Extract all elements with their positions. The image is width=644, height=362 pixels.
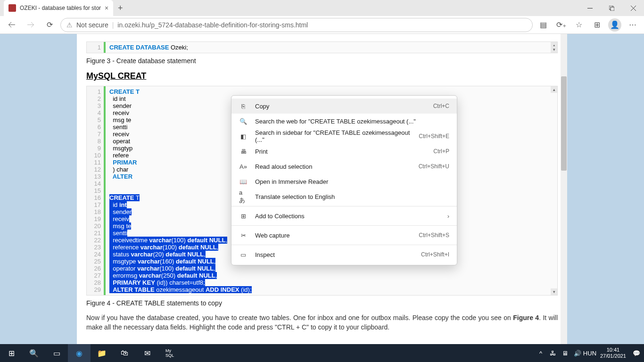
edge-taskbar-icon[interactable]: ◉ [68, 344, 91, 362]
separator [231, 206, 457, 206]
window-controls [579, 0, 644, 16]
titlebar: OZEKI - database tables for stor × + [0, 0, 644, 16]
taskbar: ⊞ 🔍 ▭ ◉ 📁 🛍 ✉ MySQL ^ 🖧 🖥 🔊 HUN 10:4127/… [0, 344, 644, 362]
more-menu-button[interactable]: ⋯ [625, 17, 640, 33]
task-view-button[interactable]: ▭ [45, 344, 68, 362]
context-menu: ⎘ Copy Ctrl+C 🔍 Search the web for "CREA… [231, 95, 457, 265]
code-scrollbar[interactable]: ▴ ▾ [551, 42, 557, 53]
tray-chevron-icon[interactable]: ^ [535, 344, 546, 362]
address-bar[interactable]: ⚠ Not secure | in.ozeki.hu/p_5724-databa… [60, 18, 533, 32]
copy-icon: ⎘ [239, 103, 248, 110]
language-indicator[interactable]: HUN [584, 344, 595, 362]
ctx-add-collections[interactable]: ⊞ Add to Collections › [231, 208, 457, 223]
gutter: 1 [87, 42, 106, 53]
figure-3-caption: Figure 3 - Create database statement [86, 57, 558, 65]
read-aloud-icon: A» [239, 163, 248, 170]
close-window-button[interactable] [622, 0, 644, 16]
ctx-inspect[interactable]: ▭ Inspect Ctrl+Shift+I [231, 247, 457, 262]
forward-button: 🡢 [23, 17, 39, 33]
browser-toolbar: 🡠 🡢 ⟳ ⚠ Not secure | in.ozeki.hu/p_5724-… [0, 16, 644, 34]
explorer-taskbar-icon[interactable]: 📁 [91, 344, 113, 362]
code-scrollbar-2[interactable]: ▴ ▾ [551, 86, 557, 295]
heading-mysql-create: MySQL CREAT [86, 71, 558, 81]
page-scrollbar[interactable] [561, 34, 567, 344]
clock[interactable]: 10:4127/01/2021 [596, 347, 630, 359]
sync-icon[interactable]: ⟳₊ [553, 17, 569, 33]
capture-icon: ✂ [239, 232, 248, 239]
scrollbar-thumb[interactable] [561, 76, 567, 171]
inspect-icon: ▭ [239, 251, 248, 258]
favorite-icon[interactable]: ☆ [571, 17, 586, 33]
collections-add-icon: ⊞ [239, 213, 248, 220]
ctx-read-aloud[interactable]: A» Read aloud selection Ctrl+Shift+U [231, 159, 457, 174]
ctx-translate[interactable]: aあ Translate selection to English [231, 189, 457, 204]
separator [231, 245, 457, 245]
ctx-immersive-reader[interactable]: 📖 Open in Immersive Reader [231, 174, 457, 189]
gutter-2: 1234567891011121314151617181920212223242… [87, 86, 106, 295]
volume-icon[interactable]: 🔊 [572, 344, 583, 362]
monitor-icon[interactable]: 🖥 [560, 344, 571, 362]
chevron-right-icon: › [447, 213, 449, 220]
print-icon: 🖶 [239, 148, 248, 155]
immersive-icon: 📖 [239, 178, 248, 185]
tab-title: OZEKI - database tables for stor [20, 5, 101, 11]
url-path: /p_5724-database-table-definition-for-st… [149, 21, 308, 29]
svg-rect-2 [611, 7, 614, 11]
start-button[interactable]: ⊞ [0, 344, 23, 362]
new-tab-button[interactable]: + [113, 0, 127, 16]
maximize-button[interactable] [601, 0, 622, 16]
back-button[interactable]: 🡠 [4, 17, 20, 33]
ctx-search-sidebar[interactable]: ◧ Search in sidebar for "CREATE TABLE oz… [231, 129, 457, 144]
code[interactable]: CREATE DATABASE Ozeki; [106, 42, 192, 53]
collections-icon[interactable]: ⊞ [589, 17, 604, 33]
ctx-copy[interactable]: ⎘ Copy Ctrl+C [231, 99, 457, 114]
security-label: Not secure [76, 21, 108, 29]
favicon-icon [8, 4, 16, 12]
figure-4-caption: Figure 4 - CREATE TABLE statements to co… [86, 299, 558, 307]
ctx-search-web[interactable]: 🔍 Search the web for "CREATE TABLE ozeki… [231, 114, 457, 129]
system-tray: ^ 🖧 🖥 🔊 HUN 10:4127/01/2021 💬 [535, 344, 644, 362]
url-domain: in.ozeki.hu [117, 21, 149, 29]
refresh-button[interactable]: ⟳ [41, 17, 58, 33]
minimize-button[interactable] [579, 0, 601, 16]
network-icon[interactable]: 🖧 [547, 344, 559, 362]
translate-icon: aあ [239, 189, 248, 205]
search-icon: 🔍 [239, 118, 248, 125]
notifications-icon[interactable]: 💬 [631, 344, 642, 362]
mysql-taskbar-icon[interactable]: MySQL [158, 344, 181, 362]
sidebar-search-icon: ◧ [239, 133, 248, 140]
mail-taskbar-icon[interactable]: ✉ [136, 344, 158, 362]
paragraph: Now if you have the database created, yo… [86, 313, 558, 332]
code-block-1[interactable]: 1 CREATE DATABASE Ozeki; ▴ ▾ [86, 41, 558, 53]
ctx-print[interactable]: 🖶 Print Ctrl+P [231, 144, 457, 159]
browser-tab[interactable]: OZEKI - database tables for stor × [4, 0, 113, 16]
tab-close-button[interactable]: × [105, 4, 108, 12]
profile-button[interactable]: 👤 [607, 17, 622, 33]
ctx-web-capture[interactable]: ✂ Web capture Ctrl+Shift+S [231, 228, 457, 243]
reader-mode-icon[interactable]: ▤ [536, 17, 551, 33]
security-warning-icon: ⚠ [66, 21, 73, 29]
search-button[interactable]: 🔍 [23, 344, 45, 362]
separator [231, 225, 457, 226]
store-taskbar-icon[interactable]: 🛍 [113, 344, 136, 362]
content-area: 1 CREATE DATABASE Ozeki; ▴ ▾ Figure 3 - … [0, 34, 644, 344]
